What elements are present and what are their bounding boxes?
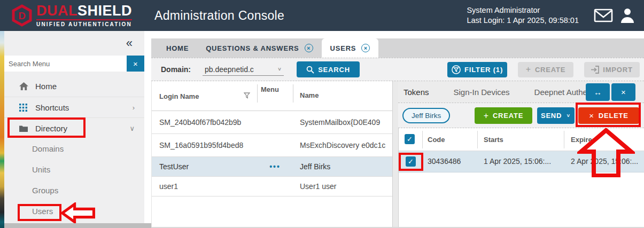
page-title: Administration Console [154, 9, 284, 23]
plus-icon: + [484, 111, 489, 121]
filter-icon [452, 65, 461, 74]
brand-text: DUALSHIELD UNIFIED AUTHENTICATION [36, 4, 132, 27]
login-name-cell: SM_240b40f67fb042b9b [159, 118, 241, 127]
main-content: HOME QUESTIONS & ANSWERS × USERS × Domai… [151, 31, 644, 228]
user-row-selected[interactable]: TestUser ••• Jeff Birks [152, 157, 392, 177]
sidebar-item-groups[interactable]: Groups [4, 180, 144, 201]
import-icon [591, 66, 599, 74]
column-divider [564, 131, 564, 148]
column-divider [477, 131, 478, 148]
tab-label: HOME [166, 44, 189, 52]
search-menu-input[interactable] [4, 56, 127, 72]
sidebar-item-users[interactable]: Users [4, 201, 144, 222]
search-button[interactable]: SEARCH [297, 61, 360, 77]
sidebar-item-domains[interactable]: Domains [4, 138, 144, 159]
app-header: D DUALSHIELD UNIFIED AUTHENTICATION Admi… [0, 0, 644, 31]
svg-text:D: D [18, 10, 26, 21]
column-header-code[interactable]: Code [428, 136, 445, 144]
tab-sign-in-devices[interactable]: Sign-In Devices [454, 88, 510, 97]
token-row-checkbox[interactable]: ✓ [406, 156, 416, 167]
user-row[interactable]: SM_240b40f67fb042b9b SystemMailbox{D0E40… [152, 111, 392, 134]
tab-label: QUESTIONS & ANSWERS [206, 44, 299, 52]
domain-dropdown[interactable]: pb.deepnetid.c ∨ [203, 64, 284, 76]
column-divider [293, 84, 293, 103]
tab-home[interactable]: HOME [158, 38, 197, 58]
search-button-label: SEARCH [318, 66, 350, 74]
chevron-down-icon: ∨ [277, 66, 282, 72]
grid-icon [19, 104, 29, 112]
import-button-label: IMPORT [603, 66, 632, 74]
users-table: Login Name Menu Name SM_240b40f67fb042b9… [151, 81, 393, 227]
name-cell: User1 user [300, 182, 390, 191]
login-name-cell: TestUser [159, 162, 189, 171]
create-token-button[interactable]: + CREATE [475, 107, 532, 124]
sidebar-item-shortcuts[interactable]: Shortcuts › [4, 97, 144, 117]
name-cell: SystemMailbox{D0E409 [300, 118, 390, 127]
tab-deepnet-authenticator[interactable]: Deepnet Authe [534, 88, 587, 97]
users-table-header: Login Name Menu Name [152, 81, 392, 111]
token-expires-cell: 2 Apr 2025, 15:06:... [571, 157, 644, 166]
sidebar-item-label: Groups [32, 186, 58, 195]
create-user-button[interactable]: + CREATE [518, 62, 573, 77]
column-divider [422, 131, 423, 148]
token-starts-cell: 1 Apr 2025, 15:06:... [484, 157, 551, 166]
tokens-action-bar: Jeff Birks + CREATE SEND ∨ × DELETE [398, 103, 644, 128]
token-row-selected[interactable]: ✓ 30436486 1 Apr 2025, 15:06:... 2 Apr 2… [399, 151, 644, 172]
mail-icon[interactable] [594, 9, 613, 22]
sidebar-item-units[interactable]: Units [4, 159, 144, 180]
column-header-name[interactable]: Name [300, 91, 319, 99]
column-header-starts[interactable]: Starts [484, 136, 503, 144]
column-header-login-name[interactable]: Login Name [159, 92, 199, 100]
create-token-label: CREATE [493, 112, 523, 120]
tokens-table-header: ✓ Code Starts Expires [399, 128, 644, 151]
delete-token-label: DELETE [599, 112, 629, 120]
delete-x-icon: × [589, 111, 594, 120]
brand-dual: DUAL [36, 3, 77, 19]
domain-label: Domain: [161, 65, 191, 74]
column-header-expires[interactable]: Expires [571, 136, 596, 144]
sidebar-search-row: × [4, 56, 144, 72]
collapse-sidebar-icon[interactable]: « [126, 36, 133, 50]
import-button[interactable]: IMPORT [584, 62, 640, 77]
sidebar-item-label: Users [32, 207, 53, 216]
dualshield-admin-console: D DUALSHIELD UNIFIED AUTHENTICATION Admi… [0, 0, 644, 228]
tab-close-icon[interactable]: × [305, 44, 313, 52]
user-info: System Administrator Last Login: 1 Apr 2… [467, 5, 579, 26]
sidebar-item-home[interactable]: Home [4, 76, 144, 97]
column-filter-icon[interactable] [244, 92, 250, 99]
chevron-right-icon: › [133, 104, 135, 112]
expand-panel-button[interactable]: ↔ [586, 83, 610, 101]
tab-close-icon[interactable]: × [361, 44, 370, 52]
sidebar-collapse-row: « [4, 31, 144, 56]
row-menu-dots[interactable]: ••• [257, 162, 293, 171]
search-clear-button[interactable]: × [127, 56, 144, 72]
user-chip-label: Jeff Birks [412, 112, 441, 120]
chevron-down-icon: ∨ [566, 113, 571, 118]
close-panel-button[interactable]: × [611, 83, 635, 101]
sidebar-item-label: Directory [35, 124, 67, 133]
filter-button[interactable]: FILTER (1) [447, 62, 507, 77]
sidebar-item-label: Home [35, 82, 57, 91]
tab-users[interactable]: USERS × [322, 38, 379, 58]
user-row[interactable]: user1 User1 user [152, 177, 392, 196]
user-row[interactable]: SM_16a0591b95fd4bed8 MsExchDiscovery e0d… [152, 134, 392, 157]
select-all-checkbox[interactable]: ✓ [405, 134, 415, 144]
domain-value: pb.deepnetid.c [205, 65, 254, 74]
user-chip[interactable]: Jeff Birks [402, 108, 450, 123]
tab-bar: HOME QUESTIONS & ANSWERS × USERS × [151, 38, 644, 58]
tab-tokens[interactable]: Tokens [404, 88, 429, 97]
sidebar-item-directory[interactable]: Directory ∨ [4, 117, 144, 138]
tab-questions-answers[interactable]: QUESTIONS & ANSWERS × [197, 38, 321, 58]
user-account-icon[interactable] [619, 7, 635, 23]
toolbar-right: FILTER (1) + CREATE IMPORT [447, 62, 644, 77]
header-right: System Administrator Last Login: 1 Apr 2… [467, 5, 635, 26]
tokens-table: ✓ Code Starts Expires ✓ 30436486 1 Apr 2… [398, 128, 644, 227]
column-divider [257, 84, 258, 103]
delete-token-button[interactable]: × DELETE [578, 107, 639, 124]
user-detail-panel: Tokens Sign-In Devices Deepnet Authe ↔ ×… [398, 81, 644, 227]
login-name-cell: SM_16a0591b95fd4bed8 [159, 141, 243, 150]
send-token-button[interactable]: SEND ∨ [537, 107, 575, 124]
sidebar: « × Home [4, 31, 144, 223]
chevron-down-icon: ∨ [129, 124, 135, 132]
home-icon [19, 82, 29, 90]
